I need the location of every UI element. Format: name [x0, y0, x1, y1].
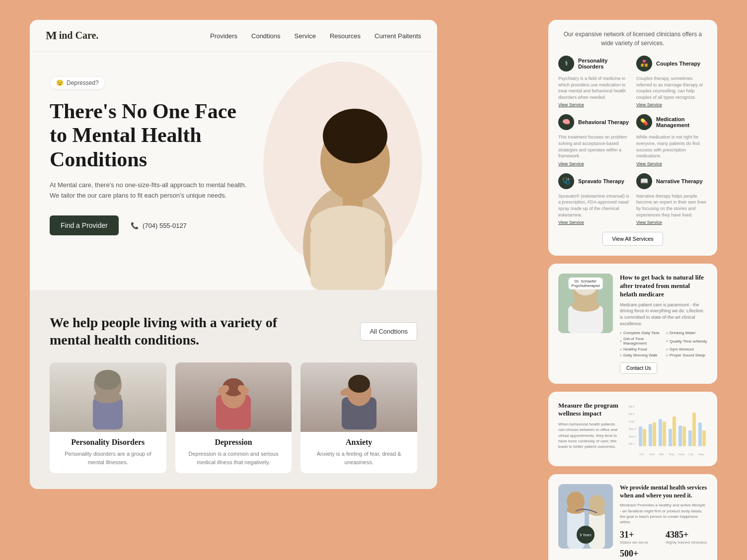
doctor-name: Dr. Schaefer [572, 279, 600, 283]
svg-rect-37 [672, 417, 676, 446]
service-icon-row-4: 🩺 Spravato Therapy [558, 173, 629, 189]
svg-text:Sleep: Sleep [698, 453, 704, 456]
svg-text:Goal: Goal [629, 420, 634, 423]
stats-numbers: 31+ States we serve 4385+ Highly trained… [620, 530, 707, 560]
condition-card-anxiety: Anxiety Anxiety is a feeling of fear, dr… [300, 362, 417, 473]
logo-icon: M [46, 29, 57, 42]
chart-area: Wk 6 Wk 5 Goal Step 3 Step 2 Wk 1 [628, 402, 707, 456]
svg-text:Time: Time [639, 453, 644, 456]
service-link-5[interactable]: View Service [636, 220, 707, 225]
checklist-item-7: Proper Sound Sleep [666, 353, 707, 357]
hero-person-svg [278, 81, 417, 290]
chart-card-left: Measure the program wellness impact When… [558, 402, 621, 456]
condition-img-3 [300, 362, 417, 432]
chart-card: Measure the program wellness impact When… [548, 392, 717, 466]
checklist: Complete Daily Task Drinking Water Get o… [620, 331, 707, 357]
nav-providers[interactable]: Providers [210, 32, 237, 40]
nav-current-patients[interactable]: Current Paitents [374, 32, 421, 40]
service-link-0[interactable]: View Service [558, 102, 629, 107]
svg-text:Step 3: Step 3 [629, 427, 636, 430]
stats-card-content: We provide mental health services when a… [620, 484, 707, 560]
checklist-dot [666, 349, 668, 350]
service-link-4[interactable]: View Service [558, 220, 629, 225]
svg-rect-43 [702, 430, 706, 446]
stat-label-0: States we serve [620, 540, 662, 545]
left-panel: M ind Care. Providers Condtions Service … [30, 20, 437, 489]
hero-image-area [248, 52, 437, 290]
services-card: Our expansive network of licensed clinic… [548, 20, 717, 256]
condition-name-1: Personality Disorders [50, 438, 166, 447]
checklist-dot [620, 349, 622, 350]
hero-actions: Find a Provider 📞 (704) 555-0127 [50, 215, 248, 235]
checklist-dot [620, 354, 622, 356]
svg-rect-33 [653, 422, 656, 446]
stats-card: 9 Years We provide mental health service… [548, 474, 717, 560]
badge-text: Depressed? [67, 79, 99, 86]
hero-section: 😟 Depressed? There's No One Face to Ment… [30, 52, 437, 290]
service-desc-5: Narrative therapy helps people become an… [636, 193, 707, 218]
services-intro: Our expansive network of licensed clinic… [558, 30, 707, 48]
service-icon-1: 💑 [636, 56, 652, 71]
checklist-dot [620, 332, 622, 334]
svg-point-23 [572, 300, 599, 312]
section2-header: We help people living with a variety of … [50, 314, 417, 349]
contact-us-button[interactable]: Contact Us [620, 362, 657, 374]
stats-card-desc: Mindcare Promotes a healthy and active l… [620, 502, 707, 525]
condition-name-2: Depression [175, 438, 292, 447]
svg-point-57 [589, 508, 605, 516]
condition-desc-3: Anxiety is a feeling of fear, dread & un… [300, 450, 417, 466]
section2-title: We help people living with a variety of … [50, 314, 288, 349]
service-icon-row-2: 🧠 Behavioral Therapy [558, 114, 629, 130]
all-conditions-button[interactable]: All Condtions [360, 322, 417, 341]
service-icon-row-5: 📖 Narrative Therapy [636, 173, 707, 189]
condition-desc-1: Personality disorders are a group of men… [50, 450, 166, 466]
svg-text:Wk 1: Wk 1 [629, 442, 635, 445]
service-item-1: 💑 Couples Therapy Couples therapy, somet… [636, 56, 707, 107]
svg-rect-31 [643, 429, 646, 446]
svg-rect-42 [698, 422, 702, 446]
service-item-2: 🧠 Behavioral Therapy This treatment focu… [558, 114, 629, 166]
service-link-3[interactable]: View Service [636, 161, 707, 166]
natural-card-desc: Medcare patient care is paramount - the … [620, 302, 707, 327]
service-link-2[interactable]: View Service [558, 161, 629, 166]
nav-conditions[interactable]: Condtions [251, 32, 281, 40]
service-name-2: Behavioral Therapy [578, 119, 629, 125]
services-grid: ⚕ Personality Disorders Psychiatry is a … [558, 56, 707, 225]
view-all-services-button[interactable]: View All Services [602, 232, 663, 246]
svg-point-17 [348, 375, 370, 393]
svg-text:Repo: Repo [669, 453, 674, 456]
svg-text:Food: Food [649, 453, 655, 456]
hero-phone: 📞 (704) 555-0127 [131, 222, 187, 229]
checklist-item-3: Quality Time w/family [666, 337, 707, 346]
conditions-grid: Personality Disorders Personality disord… [50, 362, 417, 473]
svg-point-54 [567, 506, 585, 514]
checklist-dot [620, 340, 622, 342]
service-name-3: Medication Management [656, 116, 707, 128]
service-link-1[interactable]: View Service [636, 102, 707, 107]
svg-rect-5 [310, 225, 385, 290]
svg-text:Wk 5: Wk 5 [629, 413, 635, 416]
service-icon-row-3: 💊 Medication Management [636, 114, 707, 130]
service-desc-2: This treatment focuses on problem solvin… [558, 134, 629, 159]
nav-links: Providers Condtions Service Resources Cu… [210, 31, 421, 40]
checklist-item-2: Get of Time Management [620, 337, 661, 346]
svg-rect-39 [682, 426, 686, 446]
natural-life-card: Dr. Schaefer Psychotherapist How to get … [548, 264, 717, 384]
logo[interactable]: M ind Care. [46, 29, 98, 42]
nav-service[interactable]: Service [295, 32, 316, 40]
service-icon-row-0: ⚕ Personality Disorders [558, 56, 629, 71]
chart-card-title: Measure the program wellness impact [558, 402, 621, 418]
svg-point-9 [94, 391, 122, 403]
condition-card-depression: Depression Depression is a common and se… [175, 362, 292, 473]
service-icon-2: 🧠 [558, 114, 574, 130]
nav-resources[interactable]: Resources [330, 32, 361, 40]
find-provider-button[interactable]: Find a Provider [50, 215, 119, 235]
bar-chart-svg: Wk 6 Wk 5 Goal Step 3 Step 2 Wk 1 [628, 402, 707, 456]
service-icon-0: ⚕ [558, 56, 574, 71]
svg-rect-35 [663, 421, 666, 446]
service-name-4: Spravato Therapy [578, 178, 624, 184]
stat-item-2: 500+ Approximately centers [620, 549, 662, 560]
svg-point-7 [95, 370, 121, 390]
service-desc-3: While medication is not right for everyo… [636, 134, 707, 159]
checklist-dot [666, 340, 668, 342]
